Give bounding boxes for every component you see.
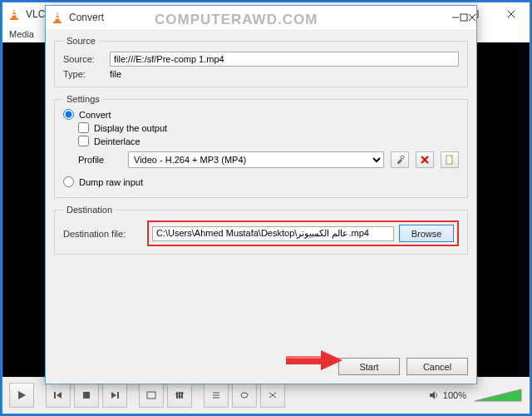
dialog-maximize-button[interactable] <box>460 13 468 22</box>
dump-raw-label: Dump raw input <box>79 177 143 187</box>
settings-fieldset: Settings Convert Display the output Dein… <box>54 94 468 198</box>
destination-highlight: Browse <box>147 220 459 246</box>
speaker-icon[interactable] <box>428 389 440 401</box>
cancel-button[interactable]: Cancel <box>406 358 468 375</box>
convert-radio-label: Convert <box>79 110 111 120</box>
svg-rect-13 <box>117 392 119 399</box>
svg-rect-14 <box>147 392 155 399</box>
source-label: Source: <box>63 54 105 64</box>
svg-rect-31 <box>461 14 467 21</box>
vlc-cone-icon <box>7 7 21 21</box>
source-input[interactable] <box>110 52 459 67</box>
svg-marker-24 <box>430 391 435 399</box>
destination-legend: Destination <box>63 205 116 215</box>
destination-file-label: Destination file: <box>63 229 142 239</box>
source-legend: Source <box>63 36 99 46</box>
dialog-title: Convert <box>69 12 451 23</box>
convert-dialog: Convert Source Source: Type: file Settin… <box>45 5 477 384</box>
source-fieldset: Source Source: Type: file <box>54 36 468 87</box>
edit-profile-button[interactable] <box>391 151 409 168</box>
start-button[interactable]: Start <box>338 358 400 375</box>
profile-label: Profile <box>78 155 121 165</box>
convert-radio[interactable] <box>63 109 74 120</box>
vlc-cone-icon <box>51 11 64 24</box>
destination-fieldset: Destination Destination file: Browse <box>54 205 468 255</box>
svg-rect-15 <box>176 392 178 399</box>
dialog-minimize-button[interactable] <box>451 13 460 22</box>
prev-button[interactable] <box>46 383 71 408</box>
deinterlace-checkbox[interactable] <box>78 136 89 146</box>
dialog-body: Source Source: Type: file Settings Conve… <box>46 29 476 354</box>
svg-marker-10 <box>57 392 62 399</box>
svg-marker-12 <box>111 392 116 399</box>
delete-icon <box>420 155 430 165</box>
profile-select[interactable]: Video - H.264 + MP3 (MP4) <box>128 151 384 168</box>
svg-rect-2 <box>12 11 16 12</box>
wrench-icon <box>395 155 405 165</box>
dialog-buttons: Start Cancel <box>46 354 476 384</box>
svg-marker-8 <box>18 391 26 399</box>
new-file-icon <box>445 155 455 165</box>
svg-rect-28 <box>56 14 59 16</box>
svg-rect-3 <box>12 14 17 16</box>
type-label: Type: <box>63 69 105 79</box>
svg-rect-27 <box>53 22 62 23</box>
shuffle-button[interactable] <box>260 383 285 408</box>
svg-rect-18 <box>175 394 179 394</box>
dump-raw-radio[interactable] <box>63 176 74 187</box>
svg-rect-9 <box>54 392 56 399</box>
svg-rect-16 <box>179 392 180 399</box>
svg-marker-25 <box>475 389 521 401</box>
dialog-close-button[interactable] <box>468 13 476 22</box>
playlist-button[interactable] <box>204 383 229 408</box>
display-output-checkbox[interactable] <box>78 122 89 133</box>
loop-button[interactable] <box>232 383 257 408</box>
svg-marker-26 <box>55 12 60 22</box>
svg-rect-20 <box>180 393 184 394</box>
new-profile-button[interactable] <box>441 151 459 168</box>
type-value: file <box>110 69 121 79</box>
delete-profile-button[interactable] <box>416 151 434 168</box>
next-button[interactable] <box>102 383 127 408</box>
svg-marker-0 <box>12 8 17 18</box>
destination-file-input[interactable] <box>152 226 394 241</box>
stop-button[interactable] <box>74 383 99 408</box>
volume-percent: 100% <box>443 390 466 400</box>
dialog-titlebar: Convert <box>46 6 476 29</box>
svg-rect-11 <box>83 392 90 399</box>
svg-point-34 <box>401 156 404 159</box>
ext-settings-button[interactable] <box>167 383 192 408</box>
fullscreen-button[interactable] <box>139 383 164 408</box>
play-button[interactable] <box>9 383 34 408</box>
settings-legend: Settings <box>63 94 103 104</box>
menu-media[interactable]: Media <box>9 29 34 39</box>
svg-rect-19 <box>178 396 181 397</box>
volume-slider[interactable] <box>473 386 523 404</box>
browse-button[interactable]: Browse <box>399 225 454 242</box>
deinterlace-label: Deinterlace <box>94 136 140 146</box>
display-output-label: Display the output <box>94 123 167 133</box>
close-button[interactable] <box>493 2 530 26</box>
volume-area: 100% <box>428 386 523 404</box>
svg-rect-29 <box>56 17 60 19</box>
svg-rect-1 <box>10 18 18 20</box>
